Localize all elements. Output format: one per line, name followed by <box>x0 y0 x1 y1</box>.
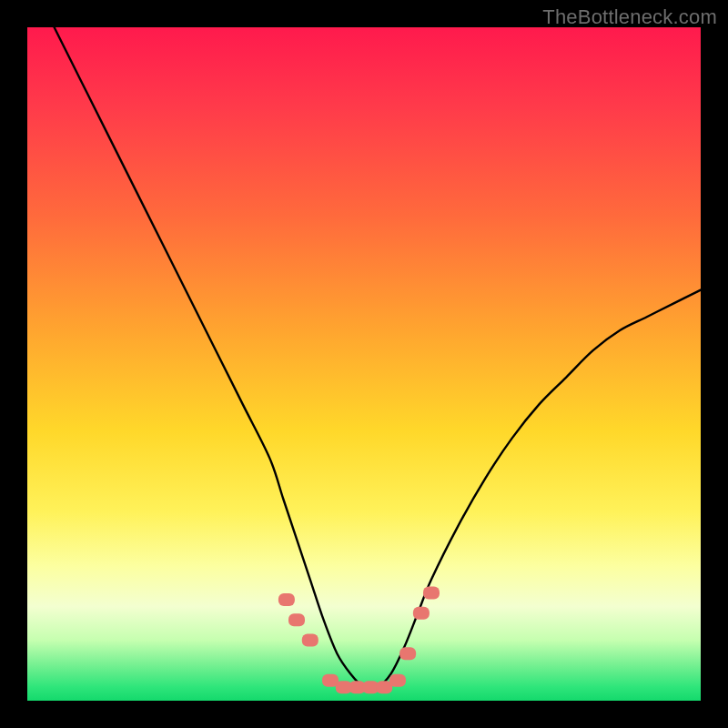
plot-area <box>27 27 701 701</box>
curve-marker <box>302 633 318 646</box>
curve-marker <box>423 587 440 600</box>
curve-marker <box>399 647 416 660</box>
bottleneck-curve <box>55 27 701 689</box>
chart-frame: TheBottleneck.com <box>0 0 728 728</box>
curve-markers <box>278 587 440 694</box>
chart-svg <box>27 27 701 701</box>
curve-marker <box>413 607 430 620</box>
curve-marker <box>288 613 305 626</box>
curve-marker <box>278 593 295 606</box>
curve-marker <box>389 674 406 687</box>
watermark-text: TheBottleneck.com <box>542 5 717 29</box>
